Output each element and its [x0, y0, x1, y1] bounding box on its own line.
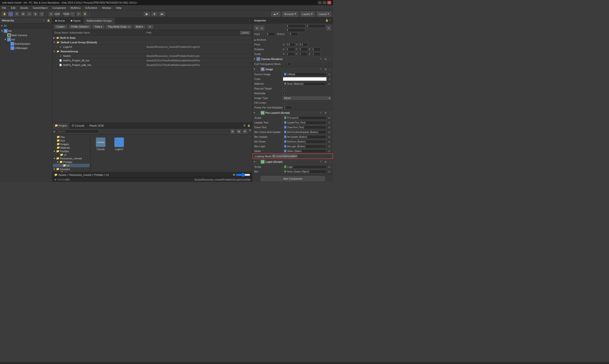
hierarchy-lock[interactable]: 🔒 [47, 19, 50, 22]
menu-assets[interactable]: Assets [19, 6, 29, 10]
tools-dropdown[interactable]: Tools ▾ [92, 25, 104, 28]
menu-edit[interactable]: Edit [10, 6, 16, 10]
tree-font[interactable]: 📁 font [53, 139, 90, 142]
ref-select[interactable]: ⊙ [327, 135, 331, 139]
tree-res-prefabs-ui[interactable]: 📁 UI [53, 164, 90, 167]
down-text-ref[interactable]: DownText (Text) [283, 126, 326, 129]
scale-x[interactable] [285, 52, 295, 56]
snap-tool[interactable]: ⋮ [70, 12, 75, 17]
script-select[interactable]: ⊙ [327, 165, 331, 169]
step-button[interactable]: ⏭ [159, 12, 165, 17]
menu-window[interactable]: Window [101, 6, 112, 10]
script-select[interactable]: ⊙ [327, 116, 331, 120]
pixels-input[interactable] [283, 106, 292, 109]
hierarchy-item-init[interactable]: ▼ ○ Init [0, 37, 52, 42]
pause-button[interactable]: ⏸ [151, 12, 158, 17]
center-button[interactable]: Center [64, 12, 69, 17]
source-image-select[interactable]: ⊙ [327, 72, 331, 76]
help-icon[interactable]: ? [319, 111, 323, 115]
stretch-icon-1[interactable]: ⊠ [254, 26, 259, 30]
top-field-3[interactable] [285, 28, 305, 32]
profile-dropdown[interactable]: Profile: Default ▾ [69, 25, 91, 28]
pivot-x[interactable] [285, 43, 295, 46]
help-icon[interactable]: ? [319, 57, 323, 61]
menu-help[interactable]: Help [115, 6, 123, 10]
addr-row-remote-group[interactable]: ▼ 📁 RemoteGroup [52, 49, 252, 54]
rotate-tool[interactable]: ↻ [14, 12, 20, 17]
settings-icon[interactable]: ⚙ [324, 57, 327, 61]
btn-login-ref[interactable]: btnLogin (Button) [283, 145, 326, 148]
hierarchy-item-init-root[interactable]: ▼ ⊙ Init [0, 29, 52, 33]
refresh-button[interactable]: ↻ [147, 25, 153, 28]
slider-ref[interactable]: Slider (Slider) [283, 149, 326, 153]
panel-settings-icon[interactable]: ⚙ [243, 124, 247, 127]
tab-game[interactable]: ▶ Game [68, 18, 84, 24]
tab-addressables[interactable]: Addressables Groups [84, 18, 115, 24]
image-type-dropdown[interactable]: Sliced ▾ [283, 96, 331, 100]
color-picker[interactable]: ↗ [328, 77, 331, 81]
menu-mymenu[interactable]: MyMenu [69, 6, 81, 10]
settings-icon[interactable]: ⚙ [324, 111, 327, 115]
play-button[interactable]: ▶ [143, 12, 150, 17]
collab-dropdown[interactable]: ☁ ▾ [271, 12, 280, 17]
login-enabled[interactable]: ✓ [257, 160, 260, 163]
create-button[interactable]: Create+ [54, 25, 67, 28]
tree-resources[interactable]: ▼ 📁 Resources_moved [53, 156, 90, 160]
ref-select[interactable]: ⊙ [327, 125, 331, 129]
btn-check-ref[interactable]: btnCheckAndUpdate (Button) [283, 130, 326, 134]
fill-center-checkbox[interactable]: ✓ [283, 101, 286, 104]
image-enabled[interactable]: ✓ [257, 67, 260, 71]
scale-tool[interactable]: ⊞ [20, 12, 26, 17]
pivot-y[interactable] [298, 43, 308, 46]
addr-row-loginui[interactable]: ▶ ◈ LoginUI Assets/Resources_moved/Prefa… [52, 45, 252, 49]
loading-mode-dropdown[interactable]: By Local Addressable ▾ [272, 154, 298, 158]
hierarchy-item-eventsystem[interactable]: ○ EventSystem [0, 42, 52, 46]
menu-component[interactable]: Component [51, 6, 67, 10]
search-input[interactable] [56, 130, 99, 133]
btn-update-ref[interactable]: btnUpdate (Button) [283, 135, 326, 139]
script-ref[interactable]: ProLaunch [283, 116, 326, 120]
settings-icon[interactable]: ⚙ [324, 67, 327, 71]
collab-tool[interactable]: ⚡ [82, 12, 88, 17]
grid-view-btn[interactable]: ⊞ [236, 129, 241, 134]
addr-row-builtin[interactable]: ▶ 📁 Built In Data [52, 36, 252, 40]
btn-down-ref[interactable]: btnDown (Button) [283, 140, 326, 143]
menu-icon[interactable]: ⋮ [328, 57, 332, 61]
btn-select[interactable]: ⊙ [327, 170, 331, 173]
inspector-menu[interactable]: ⋮ [328, 19, 331, 22]
top-field-2[interactable] [306, 24, 325, 28]
tree-prefabs[interactable]: ▼ 📁 Prefabs [53, 149, 90, 153]
addr-row-dll[interactable]: ▶ 📄 HotFix_Project_dll_res Assets/ILRunT… [52, 58, 252, 63]
move-tool[interactable]: ↔ [8, 12, 13, 17]
help-icon[interactable]: ? [319, 160, 323, 164]
inspector-lock[interactable]: 🔒 [325, 19, 328, 22]
tab-scene[interactable]: ■ Scene [52, 18, 68, 24]
rot-y[interactable] [298, 48, 308, 51]
material-select[interactable]: ⊙ [327, 82, 331, 86]
ref-select[interactable]: ⊙ [327, 144, 331, 148]
cull-checkbox[interactable] [288, 62, 291, 66]
login-script-header[interactable]: ▼ ✓ C# Login (Script) ? ⚙ ⋮ [252, 159, 333, 164]
menu-icon[interactable]: ⋮ [328, 111, 332, 115]
ref-select[interactable]: ⊙ [327, 149, 331, 153]
rot-x[interactable] [285, 48, 295, 51]
btn-ref[interactable]: None (Game Object) [283, 170, 326, 173]
scale-z[interactable] [311, 52, 321, 56]
ref-select[interactable]: ⊙ [327, 121, 331, 124]
tree-prefabs-ui[interactable]: 📁 UI [53, 153, 90, 156]
r-icon[interactable]: R [326, 26, 331, 30]
tab-project[interactable]: 📁 Project [52, 123, 69, 129]
rect-tool[interactable]: ▭ [27, 12, 32, 17]
tree-images[interactable]: 📁 Images [53, 142, 90, 146]
bottom-y[interactable] [289, 32, 298, 36]
menu-ilruntime[interactable]: ILRuntime [84, 6, 98, 10]
tree-res-prefabs[interactable]: ▼ 📁 Prefabs [53, 160, 90, 164]
tab-console[interactable]: ⊡ Console [69, 123, 87, 129]
hand-tool[interactable]: ✋ [2, 12, 7, 17]
pivot-button[interactable]: ⊙ [48, 12, 53, 17]
ref-select[interactable]: ⊙ [327, 140, 331, 143]
hierarchy-item-uimanager[interactable]: ○ UIManager [0, 46, 52, 50]
add-component-button[interactable]: Add Component [260, 176, 325, 181]
update-text-ref[interactable]: UpdateText (Text) [283, 121, 326, 124]
scale-y[interactable] [298, 52, 308, 56]
